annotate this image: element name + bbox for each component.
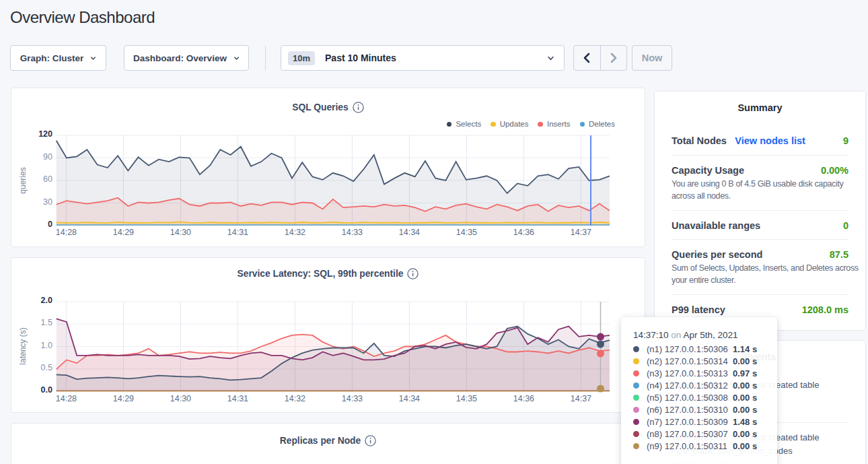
svg-text:latency (s): latency (s)	[18, 327, 28, 364]
svg-text:14:34: 14:34	[399, 394, 420, 403]
svg-text:queries: queries	[18, 167, 28, 193]
svg-text:14:32: 14:32	[285, 228, 305, 237]
svg-text:60: 60	[43, 174, 52, 184]
svg-text:14:33: 14:33	[342, 228, 363, 237]
svg-text:14:31: 14:31	[227, 228, 248, 237]
svg-text:14:28: 14:28	[56, 228, 77, 237]
svg-text:2.0: 2.0	[41, 296, 52, 305]
svg-text:30: 30	[43, 197, 52, 207]
svg-text:14:34: 14:34	[399, 228, 420, 237]
svg-text:120: 120	[38, 129, 52, 139]
svg-text:14:36: 14:36	[513, 228, 534, 237]
svg-text:90: 90	[43, 152, 52, 162]
svg-text:14:37: 14:37	[571, 394, 591, 403]
svg-text:0.0: 0.0	[41, 385, 52, 395]
svg-text:14:32: 14:32	[285, 394, 305, 403]
svg-text:14:29: 14:29	[113, 394, 134, 403]
svg-text:0: 0	[48, 220, 52, 229]
svg-text:14:29: 14:29	[113, 228, 134, 237]
svg-text:14:31: 14:31	[227, 394, 248, 403]
svg-text:14:37: 14:37	[571, 228, 591, 237]
svg-text:1.5: 1.5	[41, 318, 52, 327]
svg-text:1.0: 1.0	[41, 341, 52, 350]
svg-text:14:28: 14:28	[56, 394, 77, 403]
svg-text:14:30: 14:30	[170, 394, 191, 403]
svg-text:14:36: 14:36	[513, 394, 534, 403]
svg-text:0.5: 0.5	[41, 363, 52, 372]
svg-text:14:35: 14:35	[456, 228, 477, 237]
svg-text:14:30: 14:30	[170, 228, 191, 237]
svg-text:14:33: 14:33	[342, 394, 363, 403]
svg-text:14:35: 14:35	[456, 394, 477, 403]
